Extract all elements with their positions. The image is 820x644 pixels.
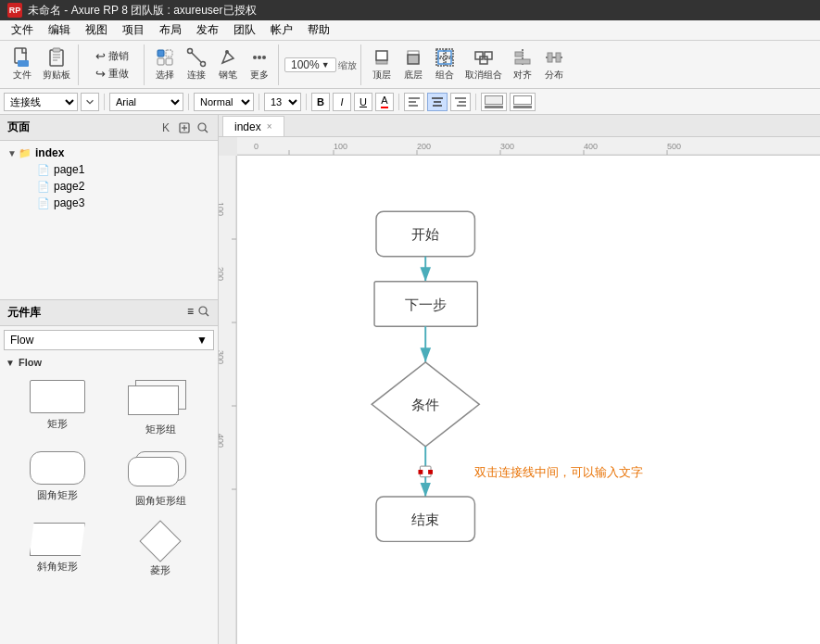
start-node[interactable]: 开始 bbox=[376, 211, 474, 256]
svg-rect-28 bbox=[485, 52, 492, 59]
style-select[interactable]: 连接线 bbox=[4, 93, 78, 111]
clipboard-button[interactable]: 剪贴板 bbox=[39, 45, 74, 83]
menu-item-help[interactable]: 帮助 bbox=[300, 20, 337, 40]
library-dropdown[interactable]: Flow ▼ bbox=[4, 330, 214, 350]
diamond-label: 菱形 bbox=[150, 563, 170, 577]
format-divider-2 bbox=[188, 94, 189, 110]
line-color-button[interactable] bbox=[510, 93, 536, 111]
section-label: Flow bbox=[19, 357, 42, 368]
svg-rect-35 bbox=[556, 53, 561, 62]
components-icons: ≡ bbox=[187, 305, 210, 321]
end-node[interactable]: 结束 bbox=[376, 497, 474, 541]
page-tree-item-page2[interactable]: 📄 page2 bbox=[22, 178, 214, 195]
window-title: 未命名 - Axure RP 8 团队版 : axureuser已授权 bbox=[28, 3, 257, 19]
top-layer-button[interactable]: 顶层 bbox=[367, 45, 397, 83]
group-button[interactable]: 组合 bbox=[430, 45, 460, 83]
menu-item-team[interactable]: 团队 bbox=[226, 20, 263, 40]
midpoint-handle-left[interactable] bbox=[418, 470, 423, 474]
pages-header: 页面 K bbox=[0, 115, 218, 141]
comp-item-rounded[interactable]: 圆角矩形 bbox=[7, 446, 107, 513]
svg-text:300: 300 bbox=[500, 142, 514, 151]
comp-item-rect[interactable]: 矩形 bbox=[7, 374, 107, 442]
distribute-button[interactable]: 分布 bbox=[539, 45, 569, 83]
svg-text:200: 200 bbox=[417, 142, 431, 151]
midpoint-handle-right[interactable] bbox=[428, 470, 433, 474]
pages-icons: K bbox=[158, 120, 210, 135]
comp-item-diamond[interactable]: 菱形 bbox=[111, 517, 211, 583]
menu-item-account[interactable]: 帐户 bbox=[263, 20, 300, 40]
svg-text:100: 100 bbox=[219, 202, 225, 216]
font-style-select[interactable]: Normal bbox=[194, 93, 254, 111]
align-icon bbox=[512, 47, 533, 68]
page-tree-item-page1[interactable]: 📄 page1 bbox=[22, 161, 214, 178]
bottom-layer-button[interactable]: 底层 bbox=[398, 45, 428, 83]
comp-item-rounded-group[interactable]: 圆角矩形组 bbox=[111, 446, 211, 513]
format-divider-5 bbox=[398, 94, 399, 110]
pages-title: 页面 bbox=[7, 120, 30, 135]
page-tree-item-index[interactable]: ▼ 📁 index bbox=[4, 145, 214, 161]
diamond-shape bbox=[140, 520, 182, 562]
format-bar: 连接线 Arial Normal 13 B I U A bbox=[0, 89, 820, 115]
pages-collapse-button[interactable]: K bbox=[158, 120, 173, 135]
svg-point-12 bbox=[201, 62, 206, 67]
tab-bar: index × bbox=[219, 115, 820, 137]
left-panel: 页面 K ▼ 📁 index bbox=[0, 115, 219, 644]
zoom-select[interactable]: 100% ▼ bbox=[284, 57, 336, 72]
menu-item-layout[interactable]: 布局 bbox=[152, 20, 189, 40]
undo-icon: ↩ bbox=[95, 49, 106, 63]
components-menu-button[interactable]: ≡ bbox=[187, 305, 194, 321]
font-family-select[interactable]: Arial bbox=[109, 93, 183, 111]
italic-button[interactable]: I bbox=[333, 93, 351, 111]
page-tree-item-page3[interactable]: 📄 page3 bbox=[22, 195, 214, 211]
select-button[interactable]: 选择 bbox=[150, 45, 180, 83]
select-icon bbox=[155, 47, 175, 68]
align-center-button[interactable] bbox=[427, 93, 448, 111]
svg-text:100: 100 bbox=[334, 142, 347, 151]
pen-button[interactable]: 钢笔 bbox=[213, 45, 243, 83]
svg-rect-27 bbox=[475, 52, 483, 59]
font-color-button[interactable]: A bbox=[375, 93, 394, 111]
ruler-left: 100 200 300 400 bbox=[219, 156, 237, 644]
main-layout: 页面 K ▼ 📁 index bbox=[0, 115, 820, 644]
ungroup-button[interactable]: 取消组合 bbox=[461, 45, 506, 83]
align-left-button[interactable] bbox=[404, 93, 424, 111]
menu-item-file[interactable]: 文件 bbox=[4, 20, 41, 40]
components-section-flow[interactable]: ▼ Flow bbox=[0, 354, 218, 371]
condition-node[interactable]: 条件 bbox=[372, 362, 479, 447]
components-search-button[interactable] bbox=[197, 305, 210, 321]
flow-diagram[interactable]: 开始 下一步 条件 bbox=[237, 156, 820, 644]
svg-rect-8 bbox=[166, 50, 172, 57]
fill-color-button[interactable] bbox=[481, 93, 507, 111]
pages-panel: 页面 K ▼ 📁 index bbox=[0, 115, 218, 300]
pages-search-button[interactable] bbox=[196, 120, 210, 135]
tab-close-button[interactable]: × bbox=[267, 121, 272, 132]
bold-button[interactable]: B bbox=[311, 93, 330, 111]
menu-item-edit[interactable]: 编辑 bbox=[41, 20, 78, 40]
pages-add-button[interactable] bbox=[177, 120, 192, 135]
align-right-button[interactable] bbox=[450, 93, 471, 111]
comp-item-skewed[interactable]: 斜角矩形 bbox=[7, 517, 107, 583]
more-tools-button[interactable]: 更多 bbox=[245, 45, 274, 83]
zoom-dropdown-icon: ▼ bbox=[322, 60, 330, 69]
svg-text:200: 200 bbox=[219, 267, 225, 281]
align-button[interactable]: 对齐 bbox=[508, 45, 537, 83]
font-size-select[interactable]: 13 bbox=[264, 93, 301, 111]
next-node[interactable]: 下一步 bbox=[374, 282, 477, 326]
format-divider-1 bbox=[104, 94, 105, 110]
new-file-button[interactable]: 文件 bbox=[7, 45, 37, 83]
svg-text:300: 300 bbox=[219, 350, 225, 364]
comp-item-rect-group[interactable]: 矩形组 bbox=[111, 374, 211, 442]
rect-label: 矩形 bbox=[47, 417, 68, 431]
connect-button[interactable]: 连接 bbox=[182, 45, 211, 83]
style-options-button[interactable] bbox=[81, 93, 99, 111]
menu-item-publish[interactable]: 发布 bbox=[189, 20, 226, 40]
menu-item-view[interactable]: 视图 bbox=[78, 20, 115, 40]
menu-item-project[interactable]: 项目 bbox=[115, 20, 152, 40]
ruler-top: 0 100 200 300 400 500 bbox=[237, 137, 820, 156]
underline-button[interactable]: U bbox=[354, 93, 372, 111]
redo-button[interactable]: ↪ 重做 bbox=[84, 65, 140, 82]
undo-button[interactable]: ↩ 撤销 bbox=[84, 47, 140, 65]
canvas-container[interactable]: 0 100 200 300 400 500 bbox=[219, 137, 820, 644]
canvas-tab-index[interactable]: index × bbox=[222, 116, 284, 136]
undo-label: 撤销 bbox=[108, 49, 129, 63]
